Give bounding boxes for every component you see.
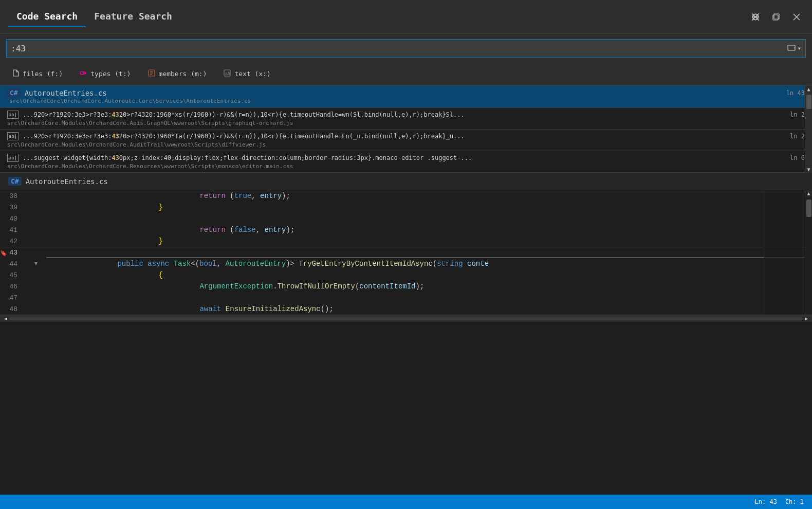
text-result-1-line: ln 2 [790,111,805,118]
text-result-2-line: ln 2 [790,133,805,140]
text-result-3-path: src\OrchardCore.Modules\OrchardCore.Reso… [7,163,805,170]
text-result-code-2: ...920>r?1920:3e3>r?3e3:4320>r?4320:1960… [23,133,465,140]
cs-result-line: ln 43 [786,89,805,97]
code-line-39[interactable]: 39 } [0,202,812,213]
line-content-48: await EnsureInitializedAsync(); [46,297,334,315]
svg-point-8 [80,71,83,75]
scroll-left-btn[interactable]: ◀ [2,316,9,321]
line-content-46: ArgumentException.ThrowIfNullOrEmpty(con… [46,274,424,299]
text-icon: ab [223,69,231,79]
restore-icon[interactable] [769,10,783,24]
results-panel: C# AutorouteEntries.cs ln 43 src\Orchard… [0,85,812,173]
status-ln: Ln: 43 [755,498,777,505]
line-content-39: } [46,195,163,220]
line-number-43: 43 🔖 [0,249,26,257]
search-bar-wrapper: ▾ [6,39,806,58]
code-panel-header: C# AutorouteEntries.cs [0,173,812,190]
cs-result-filename: AutorouteEntries.cs [25,89,107,97]
line-gutter-44: ▼ [26,261,46,267]
line-number-41: 41 [0,226,26,234]
text-result-code-3: ...suggest-widget{width:430px;z-index:40… [23,154,472,161]
status-right: Ln: 43 Ch: 1 [755,498,804,505]
title-bar-controls [748,10,804,24]
line-number-40: 40 [0,215,26,223]
code-line-48[interactable]: 48 await EnsureInitializedAsync(); [0,303,812,315]
text-result-1-path: src\OrchardCore.Modules\OrchardCore.Apis… [7,120,805,126]
scrollbar-track [9,317,803,320]
filter-text-label: text (x:) [234,70,270,78]
title-bar: Code Search Feature Search [0,0,812,34]
members-icon [147,69,156,79]
line-number-39: 39 [0,204,26,211]
svg-text:ab: ab [225,71,230,76]
search-bar-container: ▾ [0,34,812,63]
cs-result-item[interactable]: C# AutorouteEntries.cs ln 43 src\Orchard… [0,85,812,108]
scroll-down-btn[interactable]: ▼ [805,166,813,173]
line-number-48: 48 [0,305,26,313]
status-ch: Ch: 1 [785,498,804,505]
cs-badge: C# [7,88,21,97]
code-panel-filename: AutorouteEntries.cs [26,177,108,186]
scroll-up-btn[interactable]: ▲ [805,85,813,93]
filter-bar: files (f:) types (t:) members (m:) [0,63,812,85]
types-icon [79,69,87,79]
text-result-2-path: src\OrchardCore.Modules\OrchardCore.Audi… [7,141,805,148]
code-scroll-thumb [806,199,811,217]
code-line-46[interactable]: 46 ArgumentException.ThrowIfNullOrEmpty(… [0,281,812,292]
text-result-2[interactable]: ab| ...920>r?1920:3e3>r?3e3:4320>r?4320:… [0,130,812,151]
line-number-47: 47 [0,294,26,302]
svg-rect-6 [788,45,795,50]
search-input[interactable] [11,44,787,53]
no-preview-icon[interactable] [748,10,763,24]
tab-feature-search[interactable]: Feature Search [86,7,180,27]
minimap [764,190,805,315]
close-icon[interactable] [789,10,804,24]
tab-code-search[interactable]: Code Search [8,7,86,27]
text-badge-2: ab| [7,132,19,140]
line-number-42: 42 [0,238,26,245]
text-result-3[interactable]: ab| ...suggest-widget{width:430px;z-inde… [0,151,812,173]
cs-result-path: src\OrchardCore\OrchardCore.Autoroute.Co… [7,98,805,104]
text-badge-3: ab| [7,154,19,162]
line-number-45: 45 [0,271,26,279]
collapse-icon-44[interactable]: ▼ [34,261,38,267]
filter-types[interactable]: types (t:) [76,67,134,81]
file-icon [11,69,20,79]
results-scrollbar[interactable]: ▲ ▼ [805,85,812,173]
text-badge-1: ab| [7,111,19,119]
code-content: ▲ 38 return (true, entry); 39 } 40 41 re… [0,190,812,315]
filter-members[interactable]: members (m:) [144,67,210,81]
scroll-thumb [806,95,811,109]
bookmark-icon: 🔖 [0,250,7,257]
text-result-3-line: ln 6 [790,154,805,161]
filter-files-label: files (f:) [23,70,63,78]
filter-members-label: members (m:) [159,70,207,78]
filter-text[interactable]: ab text (x:) [220,67,273,81]
horizontal-scrollbar[interactable]: ◀ ▶ [0,315,812,322]
search-options-icon[interactable]: ▾ [787,44,801,52]
line-number-44: 44 [0,260,26,268]
line-number-38: 38 [0,192,26,200]
code-line-42[interactable]: 42 } [0,235,812,247]
line-number-46: 46 [0,283,26,290]
filter-files[interactable]: files (f:) [8,67,66,81]
code-scrollbar[interactable]: ▲ [805,190,812,315]
status-bar: Ln: 43 Ch: 1 [0,495,812,509]
filter-types-label: types (t:) [90,70,131,78]
text-result-1[interactable]: ab| ...920>r?1920:3e3>r?3e3:4320>r?4320:… [0,108,812,130]
code-scroll-up-btn[interactable]: ▲ [805,190,813,197]
text-result-code-1: ...920>r?1920:3e3>r?3e3:4320>r?4320:1960… [23,111,465,118]
scroll-right-btn[interactable]: ▶ [803,316,810,321]
code-panel-cs-badge: C# [8,177,22,186]
